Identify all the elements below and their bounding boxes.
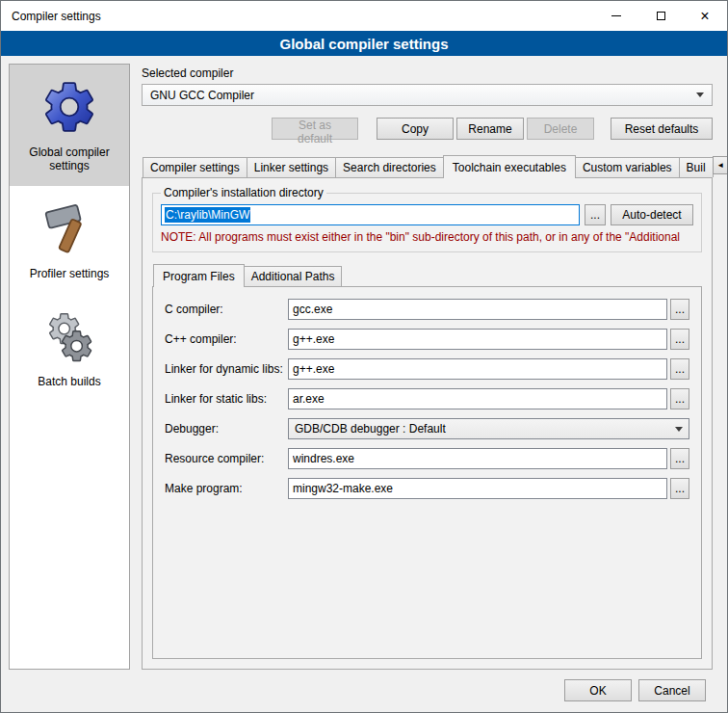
- sidebar-item-label: Profiler settings: [30, 267, 110, 280]
- tab-search-directories[interactable]: Search directories: [335, 157, 444, 177]
- minimize-icon: [611, 15, 621, 16]
- tab-compiler-settings[interactable]: Compiler settings: [143, 157, 247, 177]
- program-files-tabstrip: Program Files Additional Paths: [152, 264, 702, 286]
- form-row-debugger: Debugger: GDB/CDB debugger : Default: [165, 418, 689, 439]
- tab-scroll-left-button[interactable]: ◄: [713, 156, 728, 174]
- dynamic-linker-input[interactable]: [288, 358, 667, 380]
- make-program-browse-button[interactable]: ...: [670, 478, 689, 499]
- compiler-actions: Set as default Copy Rename Delete Reset …: [142, 118, 713, 140]
- cpp-compiler-browse-button[interactable]: ...: [670, 329, 689, 350]
- c-compiler-browse-button[interactable]: ...: [670, 299, 689, 320]
- static-linker-browse-button[interactable]: ...: [670, 388, 689, 409]
- window-controls: ×: [594, 1, 727, 31]
- titlebar: Compiler settings ×: [1, 1, 727, 31]
- ok-button[interactable]: OK: [564, 679, 632, 701]
- debugger-select-value: GDB/CDB debugger : Default: [295, 422, 446, 436]
- program-files-panel: C compiler: ... C++ compiler: ... Linker…: [152, 286, 702, 659]
- make-program-input[interactable]: [288, 478, 667, 499]
- main-tabstrip: Compiler settings Linker settings Search…: [142, 155, 713, 177]
- form-row-make-program: Make program: ...: [165, 478, 689, 499]
- installation-directory-row: C:\raylib\MinGW ... Auto-detect: [161, 204, 693, 225]
- arrow-left-icon: ◄: [716, 161, 724, 170]
- close-icon: ×: [700, 9, 709, 24]
- tab-build-options[interactable]: Buil: [679, 157, 714, 177]
- form-row-resource-compiler: Resource compiler: ...: [165, 448, 689, 469]
- form-row-static-linker: Linker for static libs: ...: [165, 388, 689, 409]
- tab-scroll-controls: ◄ ►: [713, 156, 728, 176]
- set-as-default-button[interactable]: Set as default: [272, 118, 358, 140]
- sidebar-item-label: Batch builds: [38, 375, 100, 388]
- settings-sidebar: Global compiler settings Profiler settin…: [9, 64, 130, 670]
- subtab-additional-paths[interactable]: Additional Paths: [244, 266, 343, 286]
- tab-toolchain-executables[interactable]: Toolchain executables: [443, 155, 576, 178]
- bin-subdirectory-note: NOTE: All programs must exist either in …: [161, 230, 693, 244]
- window-title: Compiler settings: [1, 10, 594, 23]
- install-dir-browse-button[interactable]: ...: [585, 204, 606, 225]
- chevron-down-icon: [696, 92, 704, 97]
- tab-custom-variables[interactable]: Custom variables: [575, 157, 680, 177]
- dynamic-linker-label: Linker for dynamic libs:: [165, 362, 288, 376]
- chevron-down-icon: [675, 427, 683, 432]
- copy-button[interactable]: Copy: [377, 118, 454, 140]
- compiler-settings-window: Compiler settings × Global compiler sett…: [0, 0, 728, 713]
- cpp-compiler-input[interactable]: [288, 329, 667, 350]
- resource-compiler-input[interactable]: [288, 448, 667, 469]
- close-button[interactable]: ×: [683, 1, 727, 31]
- banner-title: Global compiler settings: [279, 36, 448, 52]
- cpp-compiler-label: C++ compiler:: [165, 332, 288, 346]
- profiler-tool-icon: [39, 198, 99, 258]
- installation-directory-legend: Compiler's installation directory: [161, 186, 326, 199]
- dialog-footer: OK Cancel: [1, 673, 727, 712]
- compiler-select[interactable]: GNU GCC Compiler: [142, 84, 713, 106]
- maximize-icon: [657, 12, 665, 20]
- make-program-label: Make program:: [165, 482, 288, 495]
- sidebar-item-label: Global compiler settings: [14, 145, 124, 172]
- cancel-button[interactable]: Cancel: [638, 679, 706, 701]
- debugger-label: Debugger:: [165, 422, 288, 436]
- sidebar-item-global-compiler-settings[interactable]: Global compiler settings: [10, 65, 129, 186]
- resource-compiler-label: Resource compiler:: [165, 452, 288, 465]
- subtab-program-files[interactable]: Program Files: [153, 264, 245, 287]
- tab-linker-settings[interactable]: Linker settings: [247, 157, 336, 177]
- reset-defaults-button[interactable]: Reset defaults: [611, 118, 713, 140]
- gear-blue-icon: [39, 77, 99, 137]
- auto-detect-button[interactable]: Auto-detect: [611, 204, 693, 225]
- installation-directory-group: Compiler's installation directory C:\ray…: [152, 186, 702, 252]
- c-compiler-label: C compiler:: [165, 303, 288, 316]
- maximize-button[interactable]: [638, 1, 683, 31]
- main-content: Selected compiler GNU GCC Compiler Set a…: [142, 64, 713, 670]
- static-linker-input[interactable]: [288, 388, 667, 409]
- gears-gray-icon: [39, 306, 99, 366]
- form-row-cpp-compiler: C++ compiler: ...: [165, 329, 689, 350]
- install-dir-input[interactable]: C:\raylib\MinGW: [161, 204, 580, 225]
- selected-compiler-label: Selected compiler: [142, 66, 713, 80]
- sidebar-item-batch-builds[interactable]: Batch builds: [10, 294, 129, 402]
- debugger-select[interactable]: GDB/CDB debugger : Default: [288, 418, 689, 439]
- minimize-button[interactable]: [594, 1, 638, 31]
- install-dir-value: C:\raylib\MinGW: [165, 207, 250, 223]
- toolchain-executables-panel: Compiler's installation directory C:\ray…: [142, 177, 713, 670]
- form-row-dynamic-linker: Linker for dynamic libs: ...: [165, 358, 689, 380]
- sidebar-item-profiler-settings[interactable]: Profiler settings: [10, 186, 129, 294]
- c-compiler-input[interactable]: [288, 299, 667, 320]
- dialog-body: Global compiler settings Profiler settin…: [1, 56, 727, 673]
- static-linker-label: Linker for static libs:: [165, 392, 288, 406]
- rename-button[interactable]: Rename: [456, 118, 524, 140]
- dialog-banner: Global compiler settings: [1, 31, 727, 56]
- resource-compiler-browse-button[interactable]: ...: [670, 448, 689, 469]
- dynamic-linker-browse-button[interactable]: ...: [670, 358, 689, 380]
- delete-button[interactable]: Delete: [527, 118, 594, 140]
- compiler-select-value: GNU GCC Compiler: [150, 89, 254, 102]
- form-row-c-compiler: C compiler: ...: [165, 299, 689, 320]
